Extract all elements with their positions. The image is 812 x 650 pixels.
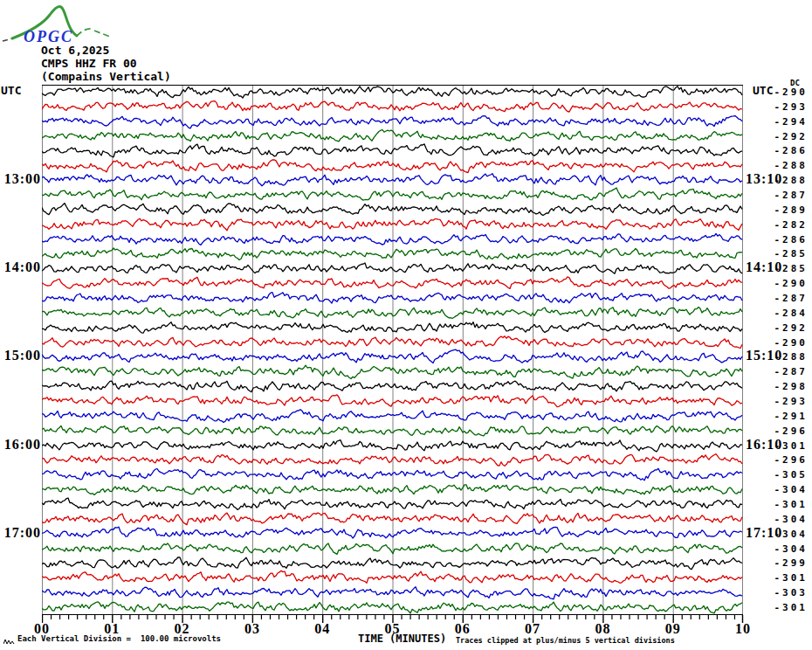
dc-offset-value: -288 — [767, 175, 808, 186]
hour-label-left: 15:00 — [0, 348, 41, 363]
x-tick-label: 04 — [305, 621, 340, 637]
logo-dash-right — [77, 29, 110, 37]
dc-offset-value: -303 — [767, 587, 808, 598]
dc-offset-value: -286 — [767, 145, 808, 156]
x-tick-label: 09 — [656, 621, 691, 637]
dc-offset-value: -301 — [767, 572, 808, 584]
header-station-id: CMPS HHZ FR 00 — [41, 57, 137, 70]
x-tick-label: 01 — [94, 621, 129, 637]
x-tick-label: 03 — [235, 621, 270, 637]
dc-offset-value: -304 — [767, 529, 808, 540]
x-tick-label: 08 — [585, 621, 620, 637]
hour-label-left: 17:00 — [0, 525, 41, 541]
dc-offset-value: -290 — [767, 278, 808, 289]
logo-text: OPGC — [24, 28, 73, 45]
dc-offset-value: -293 — [767, 396, 808, 407]
dc-offset-value: -287 — [767, 293, 808, 304]
dc-offset-value: -288 — [767, 351, 808, 363]
dc-offset-value: -290 — [767, 86, 808, 98]
x-tick-label: 10 — [726, 621, 760, 637]
dc-offset-value: -294 — [767, 116, 808, 128]
logo-dash-left — [3, 38, 12, 41]
dc-offset-value: -284 — [767, 308, 808, 319]
x-tick-label: 02 — [165, 621, 200, 637]
header-component: (Compains Vertical) — [41, 70, 171, 83]
dc-offset-value: -285 — [767, 248, 808, 259]
clipping-note: Traces clipped at plus/minus 5 vertical … — [456, 636, 675, 645]
helicorder-traces-svg — [42, 85, 743, 615]
dc-offset-value: -304 — [767, 484, 808, 495]
dc-offset-value: -301 — [767, 499, 808, 510]
dc-offset-value: -293 — [767, 101, 808, 113]
dc-offset-value: -301 — [767, 440, 808, 452]
dc-offset-value: -287 — [767, 366, 808, 377]
dc-offset-value: -292 — [767, 322, 808, 334]
x-tick-label: 00 — [24, 621, 59, 637]
dc-offset-value: -304 — [767, 543, 808, 555]
dc-offset-value: -304 — [767, 514, 808, 525]
dc-offset-value: -301 — [767, 602, 808, 613]
dc-offset-value: -288 — [767, 160, 808, 171]
opgc-logo: OPGC — [0, 2, 115, 49]
x-tick-label: 05 — [375, 621, 410, 637]
webicorder-screen: OPGC Oct 6,2025 CMPS HHZ FR 00 (Compains… — [0, 0, 812, 650]
dc-offset-value: -289 — [767, 204, 808, 216]
dc-offset-value: -285 — [767, 263, 808, 274]
header-date: Oct 6,2025 — [41, 44, 109, 57]
dc-offset-value: -298 — [767, 381, 808, 392]
scale-squiggle-icon — [3, 638, 15, 646]
hour-label-left: 13:00 — [0, 171, 41, 187]
dc-offset-value: -287 — [767, 190, 808, 201]
dc-offset-value: -291 — [767, 411, 808, 422]
utc-label-left: UTC — [1, 84, 21, 97]
hour-label-left: 16:00 — [0, 437, 41, 453]
dc-offset-value: -286 — [767, 234, 808, 245]
dc-offset-value: -299 — [767, 557, 808, 569]
dc-offset-value: -292 — [767, 131, 808, 142]
dc-offset-value: -296 — [767, 425, 808, 437]
hour-label-left: 14:00 — [0, 259, 41, 275]
dc-offset-value: -296 — [767, 454, 808, 466]
dc-offset-value: -290 — [767, 337, 808, 349]
dc-offset-value: -282 — [767, 219, 808, 231]
dc-offset-value: -305 — [767, 469, 808, 481]
x-tick-label: 07 — [515, 621, 550, 637]
helicorder-plot-area — [42, 85, 743, 615]
x-tick-label: 06 — [445, 621, 480, 637]
